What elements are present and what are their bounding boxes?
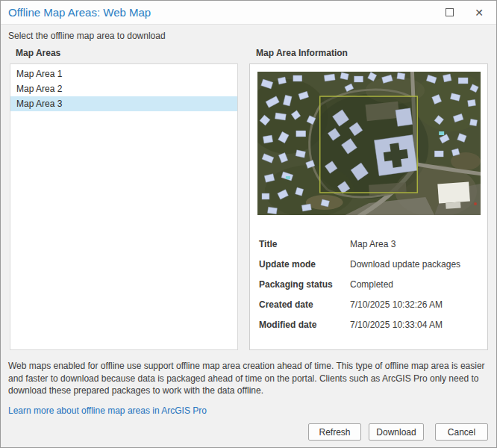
list-item-map-area-3[interactable]: Map Area 3 (10, 96, 237, 111)
info-row-update-mode: Update mode Download update packages (259, 255, 481, 275)
window-title: Offline Map Areas: Web Map (8, 1, 151, 25)
info-value-created-date: 7/10/2025 10:32:26 AM (350, 299, 443, 310)
map-areas-list: Map Area 1 Map Area 2 Map Area 3 (10, 63, 238, 350)
map-area-info-table: Title Map Area 3 Update mode Download up… (259, 234, 481, 335)
info-value-title: Map Area 3 (350, 239, 396, 249)
info-label-modified-date: Modified date (259, 320, 316, 330)
list-item-map-area-1[interactable]: Map Area 1 (10, 66, 237, 81)
cancel-button[interactable]: Cancel (435, 423, 488, 441)
refresh-button[interactable]: Refresh (308, 423, 361, 441)
info-row-created-date: Created date 7/10/2025 10:32:26 AM (259, 295, 481, 315)
map-area-information-header: Map Area Information (256, 48, 348, 58)
maximize-button[interactable] (437, 1, 462, 24)
download-button[interactable]: Download (369, 423, 424, 441)
info-label-update-mode: Update mode (259, 259, 316, 270)
info-value-modified-date: 7/10/2025 10:33:04 AM (350, 320, 443, 330)
satellite-thumbnail-art (257, 72, 481, 215)
map-area-information-panel: Title Map Area 3 Update mode Download up… (249, 63, 488, 350)
title-bar: Offline Map Areas: Web Map ✕ (1, 1, 496, 25)
window-maximize-icon (446, 8, 454, 16)
info-label-created-date: Created date (259, 299, 313, 310)
map-areas-header: Map Areas (16, 48, 60, 58)
list-item-map-area-2[interactable]: Map Area 2 (10, 81, 237, 96)
close-button[interactable]: ✕ (466, 1, 492, 24)
info-row-title: Title Map Area 3 (259, 234, 481, 255)
info-row-packaging-status: Packaging status Completed (259, 275, 481, 295)
info-row-modified-date: Modified date 7/10/2025 10:33:04 AM (259, 315, 481, 335)
window-close-icon: ✕ (475, 7, 484, 18)
offline-map-areas-dialog: Offline Map Areas: Web Map ✕ Select the … (0, 0, 497, 448)
info-value-update-mode: Download update packages (350, 259, 460, 270)
satellite-map-thumbnail (257, 72, 481, 215)
offline-maps-description: Web maps enabled for offline use support… (8, 360, 490, 397)
info-value-packaging-status: Completed (350, 279, 393, 290)
dialog-instruction: Select the offline map area to download (8, 31, 166, 41)
info-label-title: Title (259, 239, 277, 249)
info-label-packaging-status: Packaging status (259, 279, 333, 290)
learn-more-link[interactable]: Learn more about offline map areas in Ar… (8, 405, 207, 416)
